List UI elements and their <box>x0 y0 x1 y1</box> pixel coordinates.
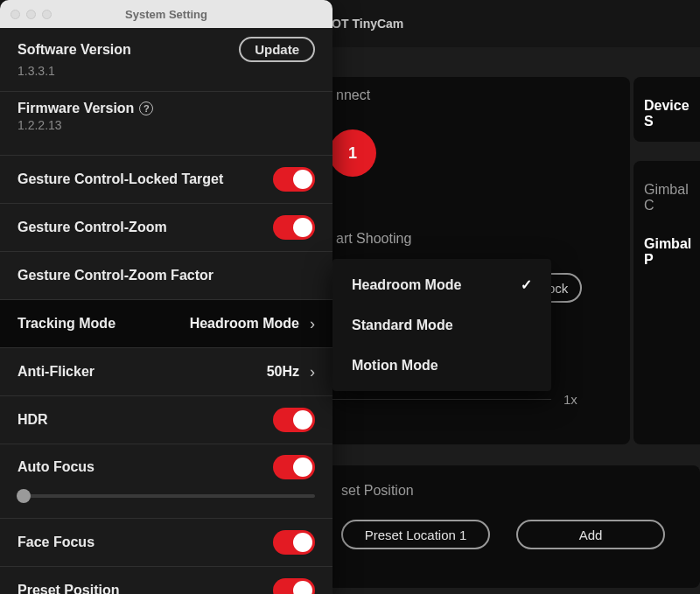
software-version-value: 1.3.3.1 <box>18 64 315 78</box>
auto-focus-toggle[interactable] <box>273 455 315 479</box>
settings-body: Software Version Update 1.3.3.1 Firmware… <box>0 28 332 594</box>
anti-flicker-label: Anti-Flicker <box>18 364 94 380</box>
gesture-locked-label: Gesture Control-Locked Target <box>18 171 223 187</box>
gesture-zoom-factor-row[interactable]: Gesture Control-Zoom Factor <box>0 252 332 299</box>
info-icon[interactable]: ? <box>139 101 153 115</box>
check-icon: ✓ <box>521 276 532 293</box>
software-version-label: Software Version <box>18 42 131 58</box>
zoom-line <box>324 399 551 400</box>
preset-location-label: Preset Location 1 <box>365 528 467 542</box>
chevron-right-icon: › <box>310 363 315 381</box>
auto-focus-slider[interactable] <box>18 488 315 504</box>
shooting-label: art Shooting <box>336 231 411 247</box>
close-icon[interactable] <box>10 10 20 19</box>
device-indicator[interactable]: 1 <box>329 129 376 177</box>
tracking-mode-label: Tracking Mode <box>18 316 116 332</box>
tracking-mode-value: Headroom Mode <box>190 316 299 332</box>
settings-window: System Setting Software Version Update 1… <box>0 0 332 594</box>
zoom-icon[interactable] <box>42 10 52 19</box>
connect-label: nnect <box>336 87 370 103</box>
preset-position-row: Preset Position <box>0 567 332 594</box>
dropdown-item-headroom[interactable]: Headroom Mode ✓ <box>332 264 551 305</box>
dropdown-item-label: Motion Mode <box>352 358 438 374</box>
gesture-locked-toggle[interactable] <box>273 167 315 192</box>
gesture-zoom-label: Gesture Control-Zoom <box>18 220 167 235</box>
preset-panel: set Position Preset Location 1 Add <box>324 465 700 588</box>
firmware-version-label: Firmware Version <box>18 101 134 116</box>
preset-position-label: Preset Position <box>18 583 119 594</box>
face-focus-toggle[interactable] <box>273 530 315 555</box>
gesture-locked-target-row: Gesture Control-Locked Target <box>0 156 332 203</box>
firmware-version-value: 1.2.2.13 <box>18 118 315 132</box>
preset-section-label: set Position <box>341 483 682 499</box>
update-button-label: Update <box>255 42 299 57</box>
zoom-indicator: 1x <box>564 392 578 407</box>
add-button-label: Add <box>579 528 603 542</box>
preset-position-toggle[interactable] <box>273 578 315 594</box>
update-button[interactable]: Update <box>239 37 315 62</box>
device-settings-panel: Device S <box>634 77 700 142</box>
gimbal-p-label: Gimbal P <box>644 236 700 268</box>
device-number: 1 <box>348 144 357 163</box>
slider-thumb[interactable] <box>17 489 31 503</box>
device-s-label: Device S <box>644 98 690 129</box>
anti-flicker-row[interactable]: Anti-Flicker 50Hz › <box>0 348 332 395</box>
gimbal-panel: Gimbal C Gimbal P <box>634 161 700 444</box>
firmware-version-row: Firmware Version ? 1.2.2.13 <box>0 92 332 155</box>
anti-flicker-value: 50Hz <box>267 364 299 380</box>
gesture-zoom-toggle[interactable] <box>273 215 315 240</box>
dropdown-item-standard[interactable]: Standard Mode <box>332 305 551 346</box>
gesture-zoom-factor-label: Gesture Control-Zoom Factor <box>18 268 214 283</box>
slider-track <box>18 494 315 498</box>
chevron-right-icon: › <box>310 315 315 333</box>
gimbal-c-label: Gimbal C <box>644 182 700 213</box>
minimize-icon[interactable] <box>26 10 36 19</box>
auto-focus-label: Auto Focus <box>18 459 94 475</box>
dropdown-item-label: Standard Mode <box>352 318 453 333</box>
face-focus-label: Face Focus <box>18 535 94 550</box>
add-button[interactable]: Add <box>516 520 665 549</box>
tracking-mode-dropdown: Headroom Mode ✓ Standard Mode Motion Mod… <box>332 259 551 391</box>
tracking-mode-row[interactable]: Tracking Mode Headroom Mode › <box>0 300 332 347</box>
dropdown-item-label: Headroom Mode <box>352 277 461 293</box>
face-focus-row: Face Focus <box>0 519 332 566</box>
gesture-zoom-row: Gesture Control-Zoom <box>0 204 332 251</box>
hdr-label: HDR <box>18 412 48 428</box>
settings-title: System Setting <box>125 8 207 21</box>
traffic-lights[interactable] <box>10 10 52 19</box>
software-version-row: Software Version Update 1.3.3.1 <box>0 28 332 91</box>
auto-focus-row: Auto Focus <box>0 444 332 483</box>
hdr-toggle[interactable] <box>273 408 315 432</box>
dropdown-item-motion[interactable]: Motion Mode <box>332 346 551 386</box>
settings-titlebar[interactable]: System Setting <box>0 0 332 28</box>
preset-location-button[interactable]: Preset Location 1 <box>341 520 490 549</box>
hdr-row: HDR <box>0 396 332 444</box>
